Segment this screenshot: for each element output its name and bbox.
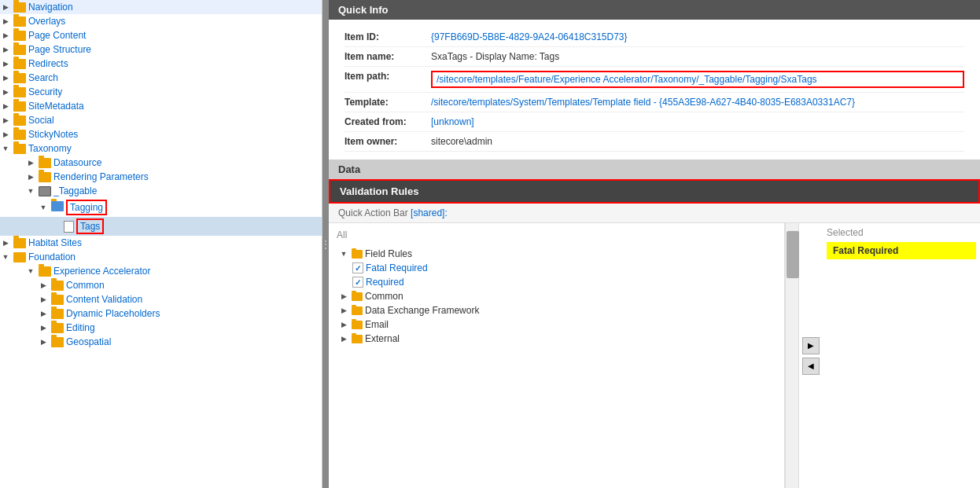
scrollbar[interactable] bbox=[785, 223, 799, 488]
toggle-foundation[interactable] bbox=[0, 251, 11, 262]
sidebar-label-experience-accelerator[interactable]: Experience Accelerator bbox=[53, 266, 150, 277]
toggle-taggable[interactable] bbox=[25, 185, 36, 196]
sidebar-item-redirects[interactable]: Redirects bbox=[0, 57, 322, 71]
sidebar-label-datasource[interactable]: Datasource bbox=[53, 157, 101, 168]
toggle-editing[interactable] bbox=[38, 322, 49, 333]
sidebar-item-common[interactable]: Common bbox=[0, 278, 322, 292]
required-node[interactable]: Required bbox=[333, 275, 780, 289]
sidebar-item-stickynotes[interactable]: StickyNotes bbox=[0, 127, 322, 141]
toggle-common[interactable] bbox=[38, 280, 49, 291]
sidebar-item-taggable[interactable]: _Taggable bbox=[0, 184, 322, 198]
sidebar-label-page-content[interactable]: Page Content bbox=[28, 30, 86, 41]
scrollbar-thumb[interactable] bbox=[787, 231, 799, 278]
sidebar-label-rendering-params[interactable]: Rendering Parameters bbox=[53, 171, 149, 182]
sidebar-item-dynamic-placeholders[interactable]: Dynamic Placeholders bbox=[0, 306, 322, 321]
required-checkbox[interactable] bbox=[352, 277, 363, 288]
toggle-field-rules[interactable] bbox=[338, 248, 349, 259]
external-label: External bbox=[365, 333, 400, 344]
transfer-left-button[interactable]: ◀ bbox=[802, 358, 820, 375]
sidebar-label-overlays[interactable]: Overlays bbox=[28, 16, 65, 27]
data-exchange-node[interactable]: Data Exchange Framework bbox=[333, 303, 780, 317]
sidebar-item-tagging[interactable]: Tagging bbox=[0, 198, 322, 217]
toggle-dynamic-placeholders[interactable] bbox=[38, 308, 49, 319]
toggle-security[interactable] bbox=[0, 86, 11, 97]
sidebar-item-page-content[interactable]: Page Content bbox=[0, 28, 322, 42]
sidebar-label-common[interactable]: Common bbox=[66, 280, 105, 291]
sidebar-item-social[interactable]: Social bbox=[0, 113, 322, 127]
sidebar-item-page-structure[interactable]: Page Structure bbox=[0, 42, 322, 57]
panel-divider[interactable]: ⋮ bbox=[322, 0, 329, 488]
toggle-experience-accelerator[interactable] bbox=[25, 266, 36, 277]
sidebar-label-editing[interactable]: Editing bbox=[66, 322, 95, 333]
toggle-email[interactable] bbox=[338, 319, 349, 330]
toggle-navigation[interactable] bbox=[0, 2, 11, 13]
info-table: Item ID: {97FB669D-5B8E-4829-9A24-06418C… bbox=[329, 20, 980, 160]
sidebar-item-overlays[interactable]: Overlays bbox=[0, 14, 322, 28]
folder-icon-navigation bbox=[13, 2, 26, 13]
sidebar-label-redirects[interactable]: Redirects bbox=[28, 58, 68, 69]
sidebar-item-rendering-params[interactable]: Rendering Parameters bbox=[0, 170, 322, 184]
toggle-tagging[interactable] bbox=[38, 202, 49, 213]
sidebar-label-search[interactable]: Search bbox=[28, 72, 58, 83]
toggle-habitat-sites[interactable] bbox=[0, 237, 11, 248]
sidebar-label-habitat-sites[interactable]: Habitat Sites bbox=[28, 237, 82, 248]
sidebar-label-tags[interactable]: Tags bbox=[76, 218, 104, 234]
sidebar-label-sitemetadata[interactable]: SiteMetadata bbox=[28, 101, 84, 112]
sidebar-label-geospatial[interactable]: Geospatial bbox=[66, 336, 111, 347]
toggle-social[interactable] bbox=[0, 115, 11, 126]
toggle-data-exchange[interactable] bbox=[338, 305, 349, 316]
sidebar-label-dynamic-placeholders[interactable]: Dynamic Placeholders bbox=[66, 308, 160, 319]
sidebar-item-security[interactable]: Security bbox=[0, 85, 322, 99]
toggle-external[interactable] bbox=[338, 333, 349, 344]
sidebar-label-page-structure[interactable]: Page Structure bbox=[28, 44, 91, 55]
sidebar-label-taxonomy[interactable]: Taxonomy bbox=[28, 143, 72, 154]
fatal-required-selected[interactable]: Fatal Required bbox=[827, 242, 976, 259]
folder-icon-taxonomy bbox=[13, 144, 26, 154]
sidebar-item-navigation[interactable]: Navigation bbox=[0, 0, 322, 14]
fatal-required-node[interactable]: Fatal Required bbox=[333, 261, 780, 275]
created-from-value: [unknown] bbox=[431, 116, 964, 127]
toggle-stickynotes[interactable] bbox=[0, 129, 11, 140]
sidebar-item-editing[interactable]: Editing bbox=[0, 321, 322, 335]
field-rules-node[interactable]: Field Rules bbox=[333, 247, 780, 261]
toggle-datasource[interactable] bbox=[25, 157, 36, 168]
toggle-overlays[interactable] bbox=[0, 16, 11, 27]
folder-icon-foundation bbox=[13, 252, 26, 262]
transfer-right-button[interactable]: ▶ bbox=[802, 337, 820, 354]
sidebar-item-search[interactable]: Search bbox=[0, 71, 322, 85]
toggle-taxonomy[interactable] bbox=[0, 143, 11, 154]
toggle-geospatial[interactable] bbox=[38, 336, 49, 347]
sidebar-item-datasource[interactable]: Datasource bbox=[0, 156, 322, 170]
sidebar-item-experience-accelerator[interactable]: Experience Accelerator bbox=[0, 264, 322, 278]
toggle-common-validation[interactable] bbox=[338, 291, 349, 302]
toggle-content-validation[interactable] bbox=[38, 294, 49, 305]
toggle-redirects[interactable] bbox=[0, 58, 11, 69]
sidebar-label-navigation[interactable]: Navigation bbox=[28, 2, 73, 13]
folder-icon-common-validation bbox=[352, 292, 363, 301]
toggle-page-content[interactable] bbox=[0, 30, 11, 41]
folder-icon-dynamic-placeholders bbox=[51, 309, 64, 319]
email-node[interactable]: Email bbox=[333, 317, 780, 332]
external-node[interactable]: External bbox=[333, 332, 780, 346]
toggle-search[interactable] bbox=[0, 72, 11, 83]
sidebar-item-tags[interactable]: Tags bbox=[0, 217, 322, 236]
toggle-page-structure[interactable] bbox=[0, 44, 11, 55]
sidebar-label-foundation[interactable]: Foundation bbox=[28, 251, 76, 262]
sidebar-item-habitat-sites[interactable]: Habitat Sites bbox=[0, 236, 322, 250]
sidebar-label-security[interactable]: Security bbox=[28, 86, 62, 97]
fatal-required-checkbox[interactable] bbox=[352, 262, 363, 273]
sidebar-label-tagging[interactable]: Tagging bbox=[66, 200, 107, 215]
sidebar-label-taggable[interactable]: _Taggable bbox=[53, 185, 97, 196]
common-node[interactable]: Common bbox=[333, 289, 780, 303]
toggle-sitemetadata[interactable] bbox=[0, 101, 11, 112]
sidebar-label-stickynotes[interactable]: StickyNotes bbox=[28, 129, 78, 140]
toggle-rendering-params[interactable] bbox=[25, 171, 36, 182]
sidebar-item-content-validation[interactable]: Content Validation bbox=[0, 292, 322, 306]
sidebar-item-sitemetadata[interactable]: SiteMetadata bbox=[0, 99, 322, 113]
folder-icon-external bbox=[352, 335, 363, 343]
sidebar-item-foundation[interactable]: Foundation bbox=[0, 250, 322, 264]
sidebar-item-taxonomy[interactable]: Taxonomy bbox=[0, 141, 322, 156]
sidebar-label-content-validation[interactable]: Content Validation bbox=[66, 294, 142, 305]
sidebar-item-geospatial[interactable]: Geospatial bbox=[0, 335, 322, 349]
sidebar-label-social[interactable]: Social bbox=[28, 115, 54, 126]
